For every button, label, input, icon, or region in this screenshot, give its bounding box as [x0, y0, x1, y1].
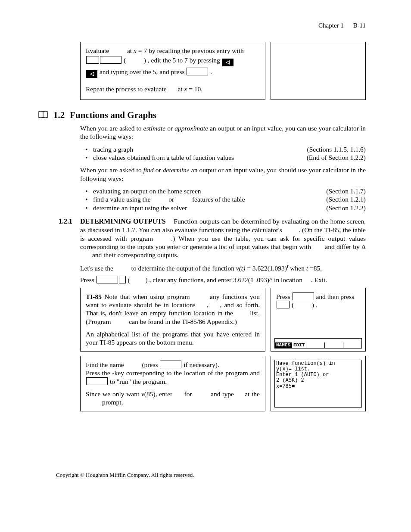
instruction-table-row-1: TI-85 Note that when using program any f… [80, 288, 366, 352]
key-blank [119, 276, 126, 283]
list-item: evaluating an output on the home screen(… [80, 187, 366, 195]
section-body: When you are asked to estimate or approx… [80, 124, 366, 212]
chapter-label: Chapter 1 [318, 22, 344, 29]
subsection-title: DETERMINING OUTPUTS [80, 218, 166, 225]
example-box-left: Evaluate at x = 7 by recalling the previ… [80, 42, 265, 100]
right-instructions: Press and then press ( ) . [276, 292, 360, 309]
example-line-3: ◁ and typing over the 5, and press . [86, 68, 260, 78]
key-blank [277, 301, 290, 308]
instruction-left-cell-2: Find the name (press if necessary). Pres… [80, 356, 265, 411]
calculator-screen-output: Have function(s) in y(x)= list. Enter 1 … [274, 360, 362, 408]
sub-para-1: 1.2.1 DETERMINING OUTPUTS Function outpu… [80, 217, 366, 259]
calculator-screen: NAMES EDIT [274, 338, 362, 348]
bullet-list-2: evaluating an output on the home screen(… [80, 187, 366, 212]
example-line-2: ( ) , edit the 5 to 7 by pressing ◁ [86, 56, 260, 66]
list-item: tracing a graph(Sections 1.1.5, 1.1.6) [80, 145, 366, 153]
menu-edit: EDIT [292, 342, 306, 348]
section-heading: 1.2 Functions and Graphs [38, 109, 366, 121]
list-item: determine an input using the solver(Sect… [80, 204, 366, 212]
bullet-list-1: tracing a graph(Sections 1.1.5, 1.1.6) c… [80, 145, 366, 162]
calc-model-label: TI-85 [86, 293, 102, 300]
instruction-table-row-2: Find the name (press if necessary). Pres… [80, 356, 366, 411]
list-item: find a value using the or features of th… [80, 195, 366, 203]
key-blank [293, 292, 314, 300]
key-blank [160, 361, 181, 368]
key-blank-2 [100, 56, 121, 64]
example-box-right [271, 42, 366, 100]
instruction-para: An alphabetical list of the programs tha… [86, 330, 260, 347]
key-enter [187, 68, 208, 75]
intro-2: When you are asked to find or determine … [80, 166, 366, 183]
page-header: Chapter 1 B-11 [56, 22, 366, 30]
intro-1: When you are asked to estimate or approx… [80, 124, 366, 141]
section-number: 1.2 [53, 109, 65, 121]
menu-names: NAMES [275, 342, 292, 348]
instruction-right-cell-2: Have function(s) in y(x)= list. Enter 1 … [271, 356, 366, 411]
list-item: close values obtained from a table of fu… [80, 153, 366, 162]
key-blank-1 [86, 56, 99, 64]
sub-para-3: Press ( ) , clear any functions, and ent… [80, 276, 366, 284]
instruction-right-cell: Press and then press ( ) . NAMES EDIT [271, 288, 366, 352]
example-line-4: Repeat the process to evaluate at x = 10… [86, 85, 260, 93]
copyright-footer: Copyright © Houghton Mifflin Company. Al… [56, 472, 366, 479]
subsection-number: 1.2.1 [59, 217, 79, 226]
key-blank [86, 377, 108, 385]
sub-para-2: Let's use the to determine the output of… [80, 263, 366, 273]
left-arrow-key-icon-2: ◁ [86, 70, 97, 78]
book-icon [38, 110, 48, 119]
example-box-row: Evaluate at x = 7 by recalling the previ… [56, 42, 366, 100]
example-line-1: Evaluate at x = 7 by recalling the previ… [86, 47, 260, 55]
instruction-left-cell: TI-85 Note that when using program any f… [80, 288, 265, 352]
section-title: Functions and Graphs [70, 109, 156, 121]
left-arrow-key-icon: ◁ [222, 59, 234, 66]
key-blank [97, 276, 118, 283]
subsection-1-2-1: 1.2.1 DETERMINING OUTPUTS Function outpu… [80, 217, 366, 284]
page-number: B-11 [353, 22, 366, 29]
